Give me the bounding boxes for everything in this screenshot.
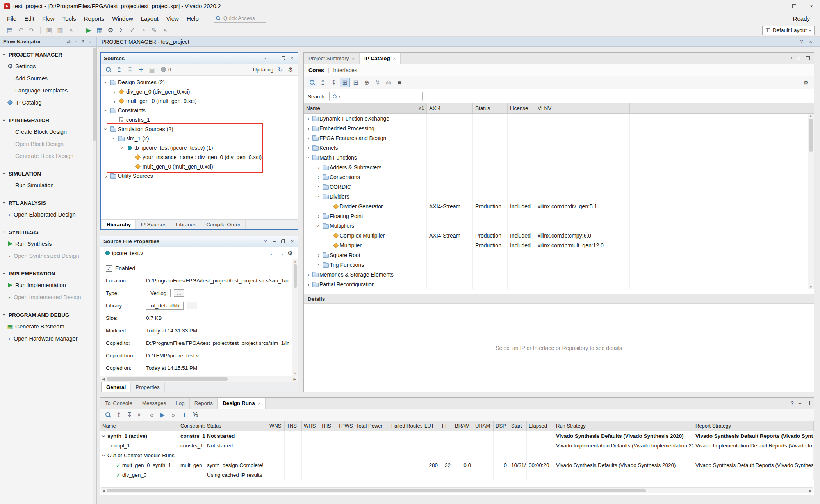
chevron-down-icon[interactable]: › [119,145,126,151]
menu-window[interactable]: Window [108,14,137,23]
flownav-item-settings[interactable]: ⚙Settings [0,60,96,72]
sources-row-sim-1-2[interactable]: ›sim_1 (2) [101,134,298,143]
gear-icon[interactable]: ⚙ [801,78,811,87]
sources-row-div-gen-0-div-gen-0-xci[interactable]: ›div_gen_0 (div_gen_0.xci) [101,87,298,96]
paste-icon[interactable]: ▥ [55,26,65,35]
flownav-item-language-templates[interactable]: Language Templates [0,84,96,96]
step-forward-icon[interactable]: » [168,410,178,420]
close-icon[interactable]: × [289,55,294,61]
sources-row-tb-ipcore-test-ipcore-test-v-1[interactable]: ›tb_ipcore_test (ipcore_test.v) (1) [101,143,298,153]
flownav-item-add-sources[interactable]: Add Sources [0,72,96,84]
property-value-input[interactable]: Verilog [146,289,171,297]
help-icon[interactable]: ? [800,39,803,44]
runs-column-uram[interactable]: URAM [473,421,494,431]
validate-icon[interactable]: ✓ [127,26,137,35]
minimize-icon[interactable]: – [799,400,801,406]
chevron-right-icon[interactable]: › [316,174,322,180]
close-icon[interactable]: × [809,39,812,44]
chevron-down-icon[interactable]: › [2,229,8,235]
scrollbar-thumb[interactable] [107,377,228,381]
quick-access-search[interactable]: Quick Access [214,14,266,23]
report-sum-icon[interactable]: Σ [116,26,127,35]
gear-icon[interactable]: ⚙ [286,65,295,75]
runs-column-dsp[interactable]: DSP [494,421,509,431]
menu-view[interactable]: View [162,14,183,23]
minimize-button[interactable]: – [768,0,786,12]
flownav-item-run-synthesis[interactable]: Run Synthesis [0,238,96,250]
ip-catalog-row-complex-multiplier[interactable]: Complex MultiplierAXI4-StreamProductionI… [304,231,814,240]
maximize-button[interactable] [786,0,803,12]
menu-edit[interactable]: Edit [20,14,38,23]
tab-messages[interactable]: Messages [137,398,171,409]
minimize-icon[interactable]: – [86,38,93,45]
ip-search-input[interactable]: ▾ [329,92,423,101]
chevron-right-icon[interactable]: › [6,335,12,342]
ip-catalog-row-floating-point[interactable]: ›Floating Point [304,211,814,221]
subtab-interfaces[interactable]: Interfaces [333,67,357,73]
sources-row-your-instance-name-div-gen-0-div-gen-0-xci[interactable]: your_instance_name : div_gen_0 (div_gen_… [101,153,298,162]
timer-icon[interactable]: ◔ [138,26,148,35]
menu-file[interactable]: File [3,14,20,23]
scrollbar-thumb[interactable] [294,264,297,288]
chevron-right-icon[interactable]: › [316,164,322,170]
ip-catalog-row-embedded-processing[interactable]: ›Embedded Processing [304,123,814,133]
back-icon[interactable]: ← [268,250,277,256]
menu-tools[interactable]: Tools [59,14,80,23]
sources-row-mult-gen-0-mult-gen-0-xci[interactable]: mult_gen_0 (mult_gen_0.xci) [101,162,298,171]
chevron-right-icon[interactable]: › [316,252,322,258]
chevron-right-icon[interactable]: › [305,135,312,141]
forward-icon[interactable]: → [277,250,285,256]
edit-icon[interactable]: ✎ [149,26,159,35]
ip-catalog-row-math-functions[interactable]: ›Math Functions [304,153,814,162]
runs-column-constraints[interactable]: Constraints [178,421,205,431]
expand-all-icon[interactable]: ↧ [125,410,135,420]
menu-help[interactable]: Help [183,14,203,23]
flownav-section-header[interactable]: ›SYNTHESIS [0,227,96,238]
column-header-license[interactable]: License [508,103,535,113]
maximize-icon[interactable] [806,400,810,406]
tab-ip-catalog[interactable]: IP Catalog× [360,53,401,64]
search-icon[interactable] [103,410,113,420]
vertical-scrollbar[interactable]: ∧ ∨ [808,114,814,289]
flownav-section-header[interactable]: ›IP INTEGRATOR [0,115,96,126]
scrollbar-thumb[interactable] [107,489,646,492]
search-icon[interactable] [307,78,317,87]
help-icon[interactable]: ? [263,238,268,244]
scrollbar-thumb[interactable] [809,119,813,152]
chevron-right-icon[interactable]: › [305,115,312,122]
chevron-down-icon[interactable]: › [2,170,8,177]
chevron-down-icon[interactable]: › [103,79,109,85]
column-header-status[interactable]: Status [473,103,508,113]
chevron-down-icon[interactable]: › [305,154,312,161]
column-header-name[interactable]: Name∧1 [304,103,427,113]
maximize-icon[interactable] [806,55,810,61]
scroll-right-icon[interactable]: ▶ [807,489,813,493]
close-icon[interactable]: × [258,401,260,406]
more-button[interactable]: … [187,302,197,309]
chevron-right-icon[interactable]: › [6,294,12,300]
help-icon[interactable]: ? [79,38,86,45]
runs-column-run-strategy[interactable]: Run Strategy [554,421,693,431]
runs-column-tpws[interactable]: TPWS [336,421,354,431]
copy-icon[interactable]: ▣ [44,26,54,35]
flownav-section-header[interactable]: ›PROGRAM AND DEBUG [0,309,96,320]
scroll-up-icon[interactable]: ∧ [809,114,812,118]
vertical-scrollbar[interactable]: ∧ ∨ [292,259,298,376]
ip-catalog-row-fpga-features-and-design[interactable]: ›FPGA Features and Design [304,133,814,143]
chevron-down-icon[interactable]: › [316,193,322,200]
chevron-down-icon[interactable]: › [2,51,8,58]
scroll-down-icon[interactable]: ∨ [809,285,812,289]
close-icon[interactable]: × [352,56,355,61]
chevron-right-icon[interactable]: › [111,89,118,95]
minimize-icon[interactable]: – [272,238,277,244]
chevron-down-icon[interactable]: › [101,433,107,439]
expand-all-icon[interactable]: ↧ [125,65,135,75]
sources-row-constraints[interactable]: ›Constraints [101,106,298,115]
chevron-right-icon[interactable]: › [305,272,312,278]
add-sources-icon[interactable]: + [136,65,146,75]
chevron-right-icon[interactable]: › [6,253,12,259]
runs-column-lut[interactable]: LUT [422,421,440,431]
run-row-synth-1-active[interactable]: ›synth_1 (active)constrs_1Not startedViv… [100,431,814,441]
chevron-down-icon[interactable]: › [103,126,109,132]
help-icon[interactable]: ? [262,55,267,61]
